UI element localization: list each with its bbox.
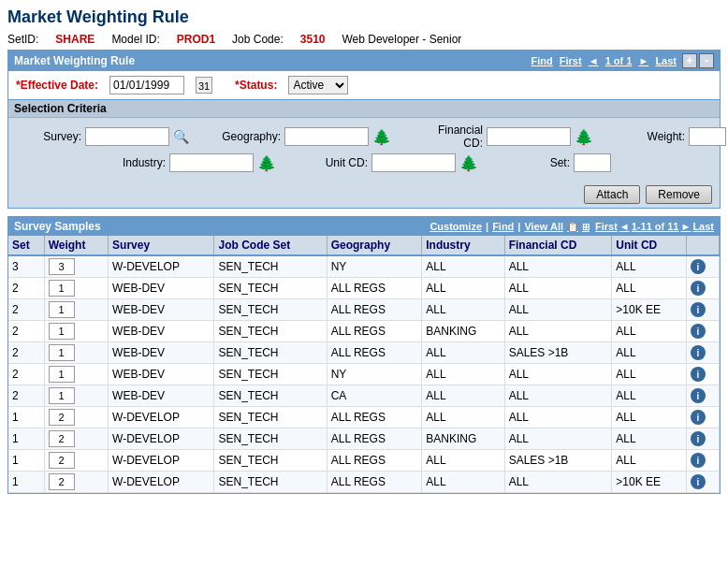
industry-label: Industry: (100, 156, 166, 169)
cell-unit-cd: ALL (612, 450, 687, 472)
customize-link[interactable]: Customize (430, 221, 482, 232)
cell-financial-cd: ALL (504, 255, 612, 278)
cell-info: i (686, 385, 719, 407)
info-icon[interactable]: i (691, 324, 706, 339)
first-page-link[interactable]: First (595, 221, 618, 232)
cell-job-code-set: SEN_TECH (214, 385, 327, 407)
calendar-icon[interactable]: 31 (196, 77, 212, 94)
geography-label: Geography: (215, 130, 281, 143)
cell-financial-cd: ALL (504, 364, 612, 385)
col-weight: Weight (44, 236, 108, 255)
financial-cd-tree-icon[interactable]: 🌲 (575, 128, 593, 146)
cell-weight (44, 407, 108, 428)
info-icon[interactable]: i (691, 431, 706, 446)
info-icon[interactable]: i (691, 345, 706, 360)
unit-cd-input[interactable] (371, 153, 456, 172)
weight-cell-input[interactable] (49, 344, 75, 361)
table-row: 2 WEB-DEV SEN_TECH ALL REGS ALL ALL >10K… (8, 299, 720, 321)
cell-financial-cd: ALL (504, 428, 612, 450)
grid-icon[interactable]: ⊞ (582, 222, 590, 232)
weight-cell-input[interactable] (49, 409, 75, 426)
weight-cell-input[interactable] (49, 387, 75, 404)
cell-job-code-set: SEN_TECH (214, 278, 327, 299)
col-set: Set (8, 236, 44, 255)
cell-weight (44, 299, 108, 321)
survey-samples-table: Set Weight Survey Job Code Set Geography… (8, 236, 720, 493)
info-icon[interactable]: i (691, 259, 706, 274)
weight-cell-input[interactable] (49, 366, 75, 383)
attach-button[interactable]: Attach (584, 185, 640, 204)
survey-input[interactable] (85, 127, 169, 146)
info-icon[interactable]: i (691, 453, 706, 468)
effective-date-label: *Effective Date: (16, 79, 98, 92)
table-row: 2 WEB-DEV SEN_TECH CA ALL ALL ALL i (8, 385, 720, 407)
info-icon[interactable]: i (691, 474, 706, 489)
cell-survey: WEB-DEV (109, 385, 214, 407)
weight-cell-input[interactable] (49, 473, 75, 490)
col-financial-cd: Financial CD (504, 236, 612, 255)
info-icon[interactable]: i (691, 388, 706, 403)
view-all-icon[interactable]: 📋 (567, 222, 578, 232)
geography-tree-icon[interactable]: 🌲 (372, 128, 391, 146)
cell-unit-cd: ALL (612, 255, 687, 278)
weight-input[interactable] (689, 127, 726, 146)
cell-info: i (686, 472, 719, 493)
weight-field: Weight: (619, 127, 726, 146)
cell-unit-cd: ALL (612, 278, 687, 299)
col-survey: Survey (109, 236, 214, 255)
industry-tree-icon[interactable]: 🌲 (257, 154, 276, 172)
cell-set: 1 (8, 450, 44, 472)
last-link[interactable]: Last (655, 55, 677, 66)
weight-cell-input[interactable] (49, 452, 75, 469)
effective-date-input[interactable] (109, 76, 184, 94)
cell-financial-cd: SALES >1B (504, 450, 612, 472)
cell-geography: CA (327, 385, 422, 407)
set-input[interactable] (574, 153, 611, 172)
cell-unit-cd: >10K EE (612, 299, 687, 321)
remove-row-button[interactable]: - (699, 53, 714, 68)
last-page-link[interactable]: Last (692, 221, 714, 232)
cell-survey: W-DEVELOP (109, 472, 214, 493)
first-link[interactable]: First (560, 55, 582, 66)
cell-job-code-set: SEN_TECH (214, 407, 327, 428)
cell-job-code-set: SEN_TECH (214, 428, 327, 450)
weight-cell-input[interactable] (49, 258, 75, 275)
samples-find-link[interactable]: Find (492, 221, 514, 232)
add-remove-icons: + - (682, 53, 714, 68)
cell-info: i (686, 321, 719, 342)
cell-financial-cd: ALL (504, 299, 612, 321)
info-icon[interactable]: i (691, 281, 706, 296)
weight-cell-input[interactable] (49, 280, 75, 297)
status-select[interactable]: Active Inactive (288, 76, 348, 94)
unit-cd-tree-icon[interactable]: 🌲 (459, 154, 478, 172)
add-row-button[interactable]: + (682, 53, 697, 68)
cell-set: 2 (8, 278, 44, 299)
table-header: Set Weight Survey Job Code Set Geography… (8, 236, 720, 255)
weight-cell-input[interactable] (49, 323, 75, 340)
weight-cell-input[interactable] (49, 301, 75, 318)
info-icon[interactable]: i (691, 367, 706, 382)
survey-search-icon[interactable]: 🔍 (173, 129, 189, 144)
remove-button[interactable]: Remove (646, 185, 712, 204)
cell-job-code-set: SEN_TECH (214, 364, 327, 385)
cell-weight (44, 385, 108, 407)
cell-geography: ALL REGS (327, 407, 422, 428)
cell-info: i (686, 299, 719, 321)
weight-cell-input[interactable] (49, 430, 75, 447)
financial-cd-input[interactable] (487, 127, 571, 146)
page-range: 1-11 of 11 (632, 221, 679, 232)
cell-financial-cd: SALES >1B (504, 342, 612, 364)
cell-info: i (686, 255, 719, 278)
cell-survey: WEB-DEV (109, 321, 214, 342)
main-section-header: Market Weighting Rule Find First ◄ 1 of … (8, 51, 720, 71)
cell-weight (44, 342, 108, 364)
cell-financial-cd: ALL (504, 278, 612, 299)
info-icon[interactable]: i (691, 410, 706, 425)
find-link[interactable]: Find (531, 55, 552, 66)
info-icon[interactable]: i (691, 302, 706, 317)
geography-input[interactable] (284, 127, 369, 146)
cell-weight (44, 428, 108, 450)
view-all-link[interactable]: View All (524, 221, 563, 232)
industry-input[interactable] (169, 153, 254, 172)
cell-job-code-set: SEN_TECH (214, 255, 327, 278)
